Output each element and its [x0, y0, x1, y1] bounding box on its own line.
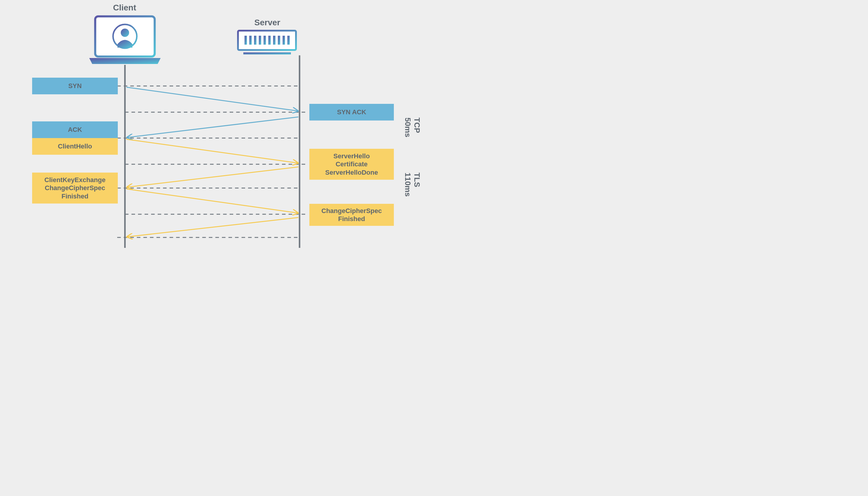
svg-rect-6: [249, 36, 252, 45]
msg-clienthello: ClientHello: [32, 138, 118, 155]
svg-rect-9: [264, 36, 266, 45]
client-laptop-icon: [89, 16, 161, 64]
side-label-tls: TLS 110ms: [403, 173, 422, 197]
svg-rect-7: [254, 36, 256, 45]
msg-syn: SYN: [32, 78, 118, 94]
arrow-clientkey: [126, 189, 298, 213]
svg-rect-8: [259, 36, 261, 45]
server-icon: [238, 31, 296, 55]
side-label-tcp: TCP 50ms: [403, 118, 422, 138]
arrow-synack: [127, 117, 298, 138]
svg-rect-5: [244, 36, 247, 45]
arrow-syn: [126, 87, 298, 111]
arrow-clienthello: [126, 139, 298, 163]
arrow-serverfinish: [127, 217, 298, 237]
svg-rect-10: [268, 36, 271, 45]
msg-clientkey: ClientKeyExchange ChangeCipherSpec Finis…: [32, 173, 118, 203]
msg-serverhello: ServerHello Certificate ServerHelloDone: [309, 149, 394, 180]
msg-ack: ACK: [32, 121, 118, 138]
svg-rect-12: [278, 36, 280, 45]
msg-serverfinish: ChangeCipherSpec Finished: [309, 204, 394, 226]
arrow-serverhello: [127, 167, 298, 187]
svg-rect-4: [243, 52, 291, 55]
svg-rect-13: [283, 36, 285, 45]
msg-synack: SYN ACK: [309, 104, 394, 121]
svg-rect-11: [273, 36, 275, 45]
svg-point-2: [121, 29, 129, 37]
svg-rect-14: [287, 36, 290, 45]
